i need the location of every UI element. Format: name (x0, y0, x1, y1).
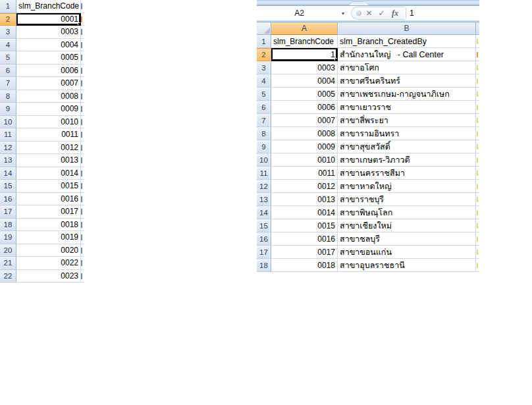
row-header[interactable]: 2 (0, 13, 16, 26)
cell[interactable]: 0008 (16, 90, 81, 103)
cell-b[interactable]: สาขานครราชสีมา (338, 167, 476, 180)
cell[interactable]: 0016 (16, 193, 81, 206)
row-header[interactable]: 13 (257, 193, 271, 206)
enter-button[interactable]: ✓ (377, 8, 386, 18)
cell[interactable]: 0020 (16, 244, 81, 257)
cell[interactable]: 0007 (16, 77, 81, 90)
cell-b[interactable]: สาขาอโศก (338, 61, 476, 74)
insert-function-button[interactable]: fx (389, 8, 401, 18)
row-header[interactable]: 10 (257, 153, 271, 167)
row-header[interactable]: 16 (257, 232, 271, 246)
column-header-a[interactable]: A (271, 22, 338, 35)
cell-b[interactable]: สาขาพิษณุโลก (338, 206, 476, 219)
cell-a[interactable]: 0015 (271, 219, 338, 232)
cell-b[interactable]: สาขาเยาวราช (338, 101, 476, 114)
cell-a[interactable]: 0013 (271, 193, 338, 206)
row-header[interactable]: 14 (0, 167, 16, 180)
row-header[interactable]: 16 (0, 193, 16, 206)
cell-a[interactable]: 0010 (271, 153, 338, 167)
cell-a[interactable]: 0018 (271, 259, 338, 272)
cell[interactable]: slm_BranchCode (16, 0, 81, 13)
name-box-dropdown-icon[interactable]: ▾ (342, 11, 351, 16)
cancel-button[interactable]: ✕ (364, 8, 374, 18)
row-header[interactable]: 6 (0, 65, 16, 78)
row-header[interactable]: 17 (0, 205, 16, 219)
row-header[interactable]: 4 (0, 39, 16, 52)
cell-b[interactable]: สาขาอุบลราชธานี (338, 259, 476, 272)
cell[interactable]: 0015 (16, 180, 81, 193)
cell-a[interactable]: 0016 (271, 232, 338, 246)
row-header[interactable]: 20 (0, 244, 16, 257)
cell[interactable]: 0023 (16, 270, 81, 283)
cell-b[interactable]: สาขาสุขสวัสดิ์ (338, 140, 476, 153)
cell[interactable]: 0017 (16, 205, 81, 219)
row-header[interactable]: 5 (0, 51, 16, 65)
cell-a[interactable]: 0003 (271, 61, 338, 74)
cell[interactable]: 0011 (16, 128, 81, 142)
row-header[interactable]: 22 (0, 270, 16, 283)
cell-b[interactable]: สาขาเชียงใหม่ (338, 219, 476, 232)
cell-b[interactable]: สาขาเกษตร-วิภาวดี (338, 153, 476, 167)
cell-a[interactable]: 0014 (271, 206, 338, 219)
cell[interactable]: 0014 (16, 167, 81, 180)
row-header[interactable]: 7 (0, 77, 16, 90)
row-header[interactable]: 15 (257, 219, 271, 232)
select-all-corner[interactable] (257, 22, 271, 35)
row-header[interactable]: 18 (257, 259, 271, 272)
cell-b[interactable]: สาขาขอนแก่น (338, 246, 476, 259)
cell-a[interactable]: 0006 (271, 101, 338, 114)
cell-a[interactable]: 0011 (271, 167, 338, 180)
row-header[interactable]: 11 (0, 128, 16, 142)
name-box[interactable]: A2 (257, 6, 342, 20)
row-header[interactable]: 4 (257, 74, 271, 88)
cell[interactable]: 0004 (16, 39, 81, 52)
row-header[interactable]: 1 (257, 35, 271, 48)
row-header[interactable]: 21 (0, 257, 16, 270)
row-header[interactable]: 5 (257, 88, 271, 101)
row-header[interactable]: 1 (0, 0, 16, 13)
cell-b[interactable]: สาขาชลบุรี (338, 232, 476, 246)
cell-b[interactable]: สำนักงานใหญ่ - Call Center (338, 48, 476, 61)
cell[interactable]: 0013 (16, 154, 81, 167)
row-header[interactable]: 17 (257, 246, 271, 259)
row-header[interactable]: 9 (257, 140, 271, 153)
row-header[interactable]: 18 (0, 219, 16, 232)
row-header[interactable]: 12 (0, 142, 16, 155)
row-header[interactable]: 9 (0, 103, 16, 116)
cell-a[interactable]: 0009 (271, 140, 338, 153)
cell-b[interactable]: สาขาศรีนครินทร์ (338, 74, 476, 88)
cell[interactable]: 0010 (16, 116, 81, 129)
row-header[interactable]: 8 (0, 90, 16, 103)
cell-b[interactable]: สาขารามอินทรา (338, 127, 476, 140)
row-header[interactable]: 3 (0, 26, 16, 39)
row-header[interactable]: 12 (257, 180, 271, 193)
column-header-b[interactable]: B (338, 22, 476, 35)
cell[interactable]: 0006 (16, 65, 81, 78)
row-header[interactable]: 15 (0, 180, 16, 193)
row-header[interactable]: 2 (257, 48, 271, 61)
row-header[interactable]: 13 (0, 154, 16, 167)
cell-a[interactable]: 0012 (271, 180, 338, 193)
cell-a[interactable]: 0005 (271, 88, 338, 101)
cell-b[interactable]: สาขาสี่พระยา (338, 114, 476, 127)
row-header[interactable]: 14 (257, 206, 271, 219)
cell-b[interactable]: สาขาหาดใหญ่ (338, 180, 476, 193)
cell-a[interactable]: 0008 (271, 127, 338, 140)
row-header[interactable]: 10 (0, 116, 16, 129)
row-header[interactable]: 11 (257, 167, 271, 180)
cell[interactable]: 0003 (16, 26, 81, 39)
cell-a[interactable]: slm_BranchCode (271, 35, 338, 48)
cell-a[interactable]: 0017 (271, 246, 338, 259)
cell[interactable]: 0022 (16, 257, 81, 270)
cell-a[interactable]: 1 (271, 48, 338, 61)
row-header[interactable]: 3 (257, 61, 271, 74)
cell-b[interactable]: slm_Branch_CreatedBy (338, 35, 476, 48)
row-header[interactable]: 6 (257, 101, 271, 114)
cell[interactable]: 0018 (16, 219, 81, 232)
row-header[interactable]: 7 (257, 114, 271, 127)
cell[interactable]: 0001 (16, 13, 81, 26)
cell-b[interactable]: สาขาเพชรเกษม-กาญจนาภิเษก (338, 88, 476, 101)
cell-b[interactable]: สาขาราชบุรี (338, 193, 476, 206)
row-header[interactable]: 19 (0, 231, 16, 244)
cell-a[interactable]: 0004 (271, 74, 338, 88)
